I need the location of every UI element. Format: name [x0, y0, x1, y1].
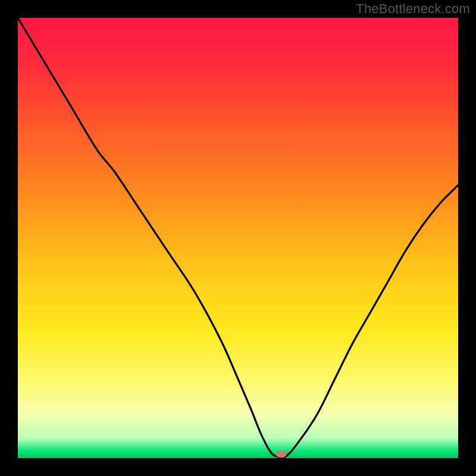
- chart-outer-frame: { "watermark": "TheBottleneck.com", "cha…: [0, 0, 476, 476]
- watermark-text: TheBottleneck.com: [356, 1, 470, 17]
- optimum-marker: [276, 450, 287, 458]
- gradient-background: [18, 18, 458, 458]
- chart-svg: [18, 18, 458, 458]
- bottleneck-chart: [18, 18, 458, 458]
